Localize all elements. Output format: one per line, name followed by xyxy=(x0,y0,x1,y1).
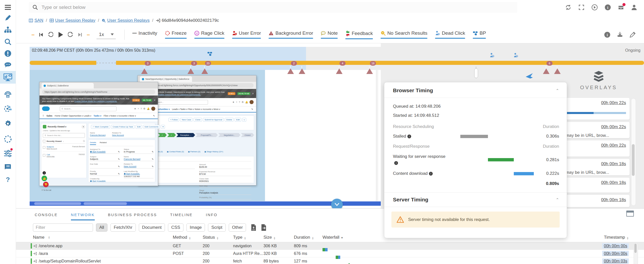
network-row[interactable]: /aura POST 200 Aura HTTP Re... 320 KB 67… xyxy=(16,250,644,257)
timestamp-link[interactable]: 00h 00m 00s xyxy=(602,251,629,256)
trim-end-handle[interactable]: – xyxy=(87,31,90,38)
toggle-inactivity[interactable]: Inactivity xyxy=(132,30,157,39)
edit-button[interactable]: Edit xyxy=(235,118,241,122)
sidebar-item-edit-pencil[interactable] xyxy=(0,12,16,24)
filter-chip-css[interactable]: CSS xyxy=(168,223,183,232)
popup-section-header[interactable]: Browser Timing ⌃ xyxy=(384,82,567,98)
filter-input[interactable] xyxy=(33,223,93,232)
sidebar-item-flow[interactable] xyxy=(0,102,16,115)
timestamp-link[interactable]: 00h 00m 03s xyxy=(602,258,629,264)
sidebar-item-selection[interactable] xyxy=(0,133,16,145)
tab-console[interactable]: CONSOLE xyxy=(35,213,58,220)
timeline-error-marker[interactable] xyxy=(299,64,305,70)
popout-window-icon[interactable] xyxy=(626,211,634,217)
submit-approval-button[interactable]: Submit for Approval xyxy=(203,118,224,122)
clone-button[interactable]: Clone xyxy=(194,118,202,122)
banner-close[interactable]: X xyxy=(154,99,155,101)
tab-business-process[interactable]: BUSINESS PROCESS xyxy=(108,213,157,220)
timeline-dead-click-marker[interactable]: ? xyxy=(513,53,518,58)
playback-speed-select[interactable]: 1x xyxy=(97,31,116,39)
sidebar-item-help[interactable]: ? xyxy=(0,173,16,186)
column-header-type[interactable]: Type▲▼ xyxy=(233,235,263,240)
session-timeline[interactable]: 02:09:48.206 PM CEST (00h 00m 25s 472ms … xyxy=(16,43,644,70)
playhead-handle[interactable] xyxy=(474,68,478,78)
sidebar-item-search[interactable] xyxy=(0,35,16,48)
user-icon[interactable] xyxy=(631,4,637,11)
table-scrollbar-thumb[interactable] xyxy=(634,244,637,253)
breadcrumb-link-san[interactable]: SAN xyxy=(29,18,43,23)
info-icon[interactable]: i xyxy=(394,161,398,165)
fullscreen-icon[interactable] xyxy=(578,4,585,11)
toggle-feedback[interactable]: Feedback xyxy=(345,30,373,39)
timeline-error-marker[interactable]: 6 xyxy=(543,64,550,70)
banner-link[interactable]: Enable Debug Mode for Lightning Componen… xyxy=(158,93,201,96)
new-case-button[interactable]: New Case xyxy=(180,118,193,122)
timestamp-link[interactable]: 00h 00m 00s xyxy=(602,243,629,249)
column-header-name[interactable]: Name▲▼ xyxy=(16,235,173,240)
server-timing-header[interactable]: Server Timing ⌃ xyxy=(384,192,567,207)
sidebar-item-rings[interactable] xyxy=(0,88,16,101)
trim-start-handle[interactable]: – xyxy=(31,31,34,38)
list-filter-button[interactable]: ▾ xyxy=(161,125,165,129)
global-search[interactable] xyxy=(29,2,517,13)
refresh-icon[interactable] xyxy=(565,4,572,11)
column-header-size[interactable]: Size▲▼ xyxy=(263,235,294,240)
filter-chip-image[interactable]: Image xyxy=(186,223,205,232)
network-row[interactable]: /one/one.app GET 200 navigation 306 KB 8… xyxy=(16,242,644,250)
timeline-error-marker[interactable]: 18 xyxy=(366,64,373,70)
toggle-user-error[interactable]: User Error xyxy=(232,30,261,39)
column-header-method[interactable]: Method▲▼ xyxy=(173,235,203,240)
checkbox[interactable] xyxy=(43,154,45,157)
toggle-no-search-results[interactable]: No Search Results xyxy=(381,30,427,39)
breadcrumb-link-user-session-replay[interactable]: User Session Replay xyxy=(50,18,96,23)
table-scrollbar[interactable] xyxy=(634,243,638,264)
chevron-up-icon[interactable]: ⌃ xyxy=(556,197,559,202)
timeline-error-marker[interactable]: 20 xyxy=(201,64,208,70)
tab-related[interactable]: Related xyxy=(100,141,107,145)
stage-current[interactable]: Perception ... xyxy=(176,133,195,137)
timeline-error-marker[interactable]: 4 xyxy=(336,64,343,70)
info-icon[interactable]: i xyxy=(407,135,411,138)
network-row[interactable]: /setup/SetupDomainRolloutServlet 200 fet… xyxy=(16,257,644,264)
info-circle-icon[interactable]: i xyxy=(604,31,611,38)
filter-chip-fetch-xhr[interactable]: Fetch/Xhr xyxy=(110,223,136,232)
filter-chip-all[interactable]: All xyxy=(96,223,107,232)
timeline-dead-click-marker[interactable]: ? xyxy=(489,53,495,58)
download-icon[interactable] xyxy=(617,31,623,38)
overlays-scrollbar[interactable] xyxy=(631,98,636,206)
edit-icon[interactable] xyxy=(629,31,636,38)
more-button[interactable]: v xyxy=(242,118,246,122)
play-circle-icon[interactable] xyxy=(591,4,598,11)
timeline-error-marker[interactable] xyxy=(554,64,561,70)
info-icon[interactable]: i xyxy=(429,172,433,176)
delete-button[interactable]: Delete xyxy=(225,118,234,122)
breadcrumb-link-user-session-replays[interactable]: User Session Replays xyxy=(102,18,149,23)
create-follow-up-button[interactable]: Create Follow-Up Task xyxy=(111,125,135,129)
tab-info[interactable]: INFO xyxy=(206,213,218,220)
rewind-button[interactable] xyxy=(48,32,53,37)
forward-button[interactable] xyxy=(68,32,73,37)
banner-link[interactable]: Enable Debug Mode for Lightning Componen… xyxy=(74,100,117,102)
sidebar-item-session-replay[interactable] xyxy=(0,71,16,84)
filter-chip-other[interactable]: Other xyxy=(229,223,246,232)
timeline-error-marker[interactable]: 3 xyxy=(187,64,194,70)
sidebar-item-sitemap[interactable] xyxy=(0,24,16,36)
edit-button[interactable]: Edit xyxy=(136,125,142,129)
skip-back-button[interactable] xyxy=(39,32,44,37)
info-circle-icon[interactable]: i xyxy=(604,4,611,11)
timeline-bp-marker[interactable] xyxy=(207,51,212,56)
skip-forward-button[interactable] xyxy=(78,32,83,37)
checkbox[interactable] xyxy=(43,140,45,142)
filter-chip-script[interactable]: Script xyxy=(208,223,225,232)
export-har-icon[interactable] xyxy=(261,224,267,231)
timeline-error-marker[interactable]: 3 xyxy=(141,64,148,70)
sidebar-item-chat[interactable] xyxy=(0,59,16,71)
sidebar-item-tuning[interactable] xyxy=(0,147,16,160)
sidebar-item-knowledge[interactable] xyxy=(0,161,16,173)
overlays-scrollbar-thumb[interactable] xyxy=(632,144,635,176)
chevron-up-icon[interactable]: ⌃ xyxy=(556,88,559,93)
sidebar-item-gear[interactable] xyxy=(0,117,16,130)
follow-button[interactable]: + Follow xyxy=(168,118,179,122)
column-header-duration[interactable]: Duration▲▼ xyxy=(294,235,323,240)
play-button[interactable] xyxy=(57,31,64,38)
